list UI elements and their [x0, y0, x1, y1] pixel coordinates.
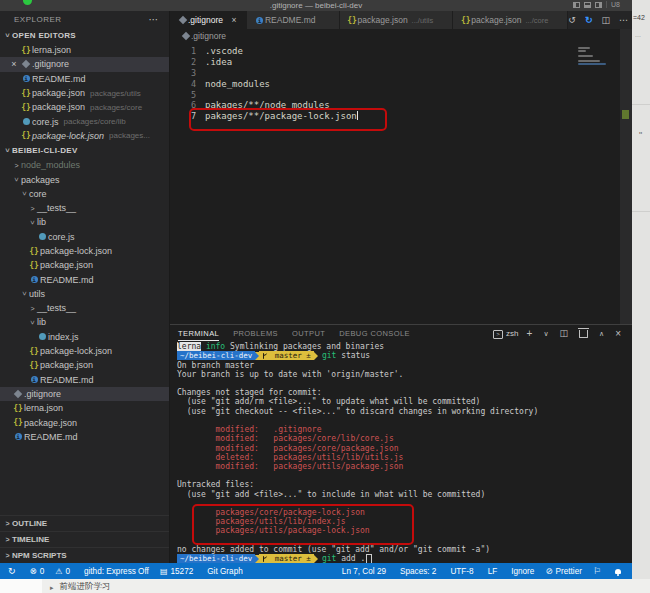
tree-item[interactable]: core.js [0, 230, 169, 244]
status-item[interactable]: githd: Express Off [81, 567, 149, 576]
file-name: core.js [32, 117, 59, 127]
tree-item-label: package-lock.json [40, 246, 112, 256]
tree-item[interactable]: package-lock.json [0, 344, 169, 358]
sidebar-section-header[interactable]: NPM SCRIPTS [0, 547, 169, 563]
terminal-output[interactable]: lerna info Symlinking packages and binar… [170, 342, 632, 563]
code-line[interactable]: 2 .idea [170, 57, 620, 68]
editor-scrollbar[interactable] [620, 29, 632, 325]
terminal-action[interactable] [599, 329, 607, 338]
terminal-action[interactable]: zsh [493, 329, 518, 339]
code-line[interactable]: 7 pakages/**/package-lock.json [170, 111, 620, 122]
tree-item[interactable]: __tests__ [0, 301, 169, 315]
open-editor-item[interactable]: README.md [0, 72, 169, 86]
toggle-secondary-sidebar-icon[interactable] [595, 2, 602, 8]
status-item[interactable]: Ignore [508, 567, 534, 576]
split-icon [560, 329, 569, 338]
panel-tab[interactable]: DEBUG CONSOLE [339, 326, 410, 341]
panel-tab[interactable]: OUTPUT [292, 326, 325, 341]
status-item[interactable]: 15272 [160, 567, 193, 576]
tree-item[interactable]: .gitignore [0, 387, 169, 401]
status-item[interactable]: UTF-8 [447, 567, 473, 576]
tree-item[interactable]: package.json [0, 358, 169, 372]
tree-item[interactable]: package-lock.json [0, 244, 169, 258]
sidebar-section-header[interactable]: TIMELINE [0, 531, 169, 547]
title-bar: .gitignore — beibei-cli-dev U8 [0, 0, 632, 11]
more-icon[interactable] [619, 16, 628, 25]
open-editor-item[interactable]: .gitignore [0, 57, 169, 71]
tree-item[interactable]: lerna.json [0, 401, 169, 415]
terminal-text [177, 462, 216, 471]
breadcrumb[interactable]: .gitignore [170, 29, 620, 43]
tree-item[interactable]: README.md [0, 272, 169, 286]
open-editor-item[interactable]: package.json packages/utils [0, 86, 169, 100]
tree-item[interactable]: README.md [0, 373, 169, 387]
panel-tab[interactable]: PROBLEMS [233, 326, 278, 341]
terminal-action[interactable] [615, 329, 624, 339]
tree-item[interactable]: utils [0, 287, 169, 301]
editor-tab[interactable]: package.json .../core [453, 11, 568, 29]
open-editor-item[interactable]: core.js packages/core/lib [0, 114, 169, 128]
editor-tab[interactable]: .gitignore [170, 11, 247, 29]
editor-tab[interactable]: package.json .../utils [340, 11, 454, 29]
status-item[interactable]: LF [485, 567, 498, 576]
sync-icon[interactable] [585, 16, 593, 25]
status-item[interactable] [593, 566, 604, 576]
code-line[interactable]: 1 .vscode [170, 46, 620, 57]
terminal-action[interactable] [527, 329, 536, 339]
editor-tab[interactable]: README.md [247, 11, 340, 29]
status-item[interactable]: Git Graph [204, 567, 243, 576]
more-actions-icon[interactable] [149, 14, 160, 25]
open-editor-item[interactable]: package-lock.json packages... [0, 129, 169, 143]
open-editors-header[interactable]: OPEN EDITORS [0, 28, 169, 43]
status-item[interactable]: Spaces: 2 [397, 567, 436, 576]
tree-item[interactable]: core [0, 187, 169, 201]
remote-icon [8, 566, 16, 576]
status-item[interactable] [615, 569, 624, 574]
status-item[interactable]: Ln 7, Col 29 [339, 567, 386, 576]
terminal-line: lerna info Symlinking packages and binar… [177, 342, 632, 351]
toggle-sidebar-icon[interactable] [573, 2, 580, 8]
panel-header: TERMINAL PROBLEMS OUTPUT DEBUG CONSOLE z… [170, 325, 632, 342]
terminal-line [177, 379, 632, 388]
tree-item-label: packages [21, 175, 60, 185]
close-icon[interactable] [229, 15, 239, 25]
tree-item[interactable]: README.md [0, 430, 169, 444]
status-item[interactable]: 0 [55, 567, 70, 576]
panel-tab[interactable]: TERMINAL [178, 326, 219, 341]
code-editor[interactable]: 1 .vscode 2 .idea 3 4 [170, 43, 620, 325]
terminal-line: On branch master [177, 360, 632, 369]
status-item[interactable]: Prettier [545, 566, 582, 576]
tab-label: README.md [265, 15, 316, 25]
tree-item[interactable]: package.json [0, 258, 169, 272]
tree-item[interactable]: lib [0, 315, 169, 329]
git-branch-icon [262, 555, 268, 563]
open-editor-item[interactable]: package.json packages/core [0, 100, 169, 114]
minimap[interactable] [576, 45, 618, 71]
tree-item[interactable]: node_modules [0, 158, 169, 172]
history-icon[interactable] [568, 16, 576, 25]
braces-icon [20, 46, 32, 55]
status-item[interactable]: 0 [30, 566, 45, 576]
tree-item[interactable]: index.js [0, 330, 169, 344]
terminal-action[interactable] [543, 329, 551, 338]
braces-icon [28, 261, 40, 270]
code-line[interactable]: 6 pakages/**/node_modules [170, 100, 620, 111]
project-root-header[interactable]: BEIBEI-CLI-DEV [0, 143, 169, 158]
split-icon[interactable] [601, 16, 610, 25]
tree-item[interactable]: packages [0, 172, 169, 186]
sidebar-section-header[interactable]: OUTLINE [0, 515, 169, 531]
open-editor-item[interactable]: lerna.json [0, 43, 169, 57]
background-window-right: =42 ... " [632, 0, 650, 579]
tree-item[interactable]: package.json [0, 415, 169, 429]
terminal-action[interactable] [560, 329, 572, 338]
terminal-line: ~/beibei-cli-dev master ±git status [177, 351, 632, 360]
status-item[interactable] [8, 566, 19, 576]
close-icon[interactable] [8, 59, 20, 69]
code-line[interactable]: 4 node_modules [170, 78, 620, 89]
tree-item[interactable]: lib [0, 215, 169, 229]
toggle-panel-icon[interactable] [584, 2, 591, 8]
code-line[interactable]: 3 [170, 68, 620, 79]
code-line[interactable]: 5 [170, 89, 620, 100]
tree-item[interactable]: __tests__ [0, 201, 169, 215]
terminal-action[interactable] [579, 330, 591, 338]
